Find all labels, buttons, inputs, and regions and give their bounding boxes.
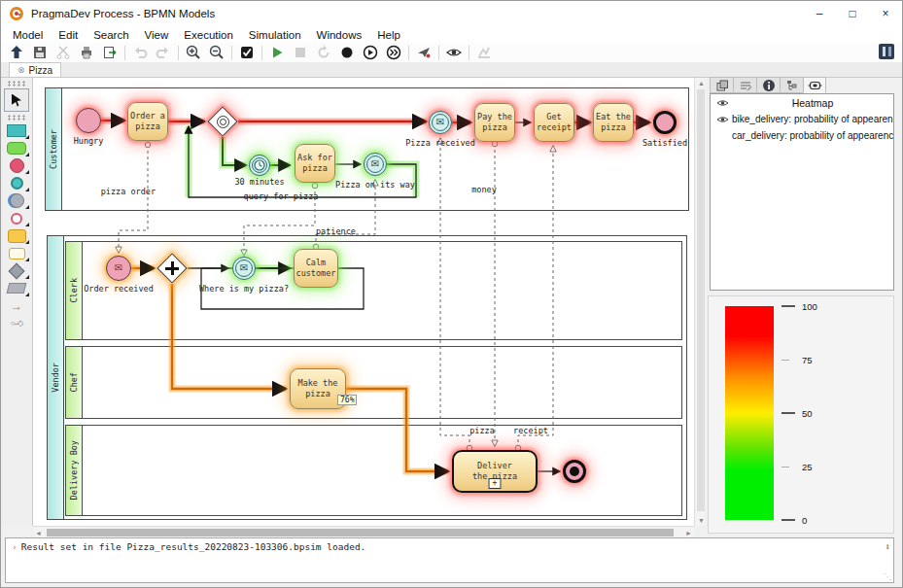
sequence-flow-tool[interactable]: → (6, 298, 28, 313)
gateway-icon (9, 262, 25, 279)
label-order-received: Order received (78, 284, 159, 294)
perspective-icon[interactable] (879, 44, 894, 59)
save-icon[interactable] (28, 44, 52, 62)
palette-grip2[interactable] (7, 115, 26, 121)
vscroll-thumb[interactable] (697, 89, 705, 511)
task-get-receipt[interactable]: Get receipt (534, 103, 574, 142)
end-event-circle-tool[interactable] (6, 211, 28, 225)
task-tool[interactable] (6, 228, 28, 243)
prompt-icon[interactable] (412, 44, 435, 62)
tab-info[interactable] (756, 77, 780, 93)
heat-gradient-bar (725, 306, 774, 520)
minimize-button[interactable]: – (803, 1, 836, 26)
scroll-right-icon[interactable]: ► (685, 530, 692, 536)
menu-execution[interactable]: Execution (176, 29, 241, 41)
tab-tree[interactable] (780, 77, 803, 93)
tab-instances[interactable] (710, 77, 733, 93)
tab-pizza[interactable]: ⊗ Pizza (9, 62, 61, 78)
terminate-end-event[interactable] (563, 460, 586, 483)
canvas-hscrollbar[interactable]: ◄ ► (33, 526, 694, 537)
record-icon[interactable] (335, 44, 359, 62)
label-satisfied: Satisfied (634, 138, 694, 148)
eye-icon[interactable] (716, 115, 732, 124)
maximize-button[interactable]: □ (836, 1, 869, 26)
hscroll-thumb[interactable] (47, 529, 674, 536)
task-order-a-pizza[interactable]: Order a pizza (127, 102, 168, 141)
data-object-tool[interactable] (6, 281, 28, 295)
palette-sidebar: → ○--◇ (1, 77, 33, 526)
run-to-icon[interactable] (359, 44, 382, 62)
log-scroll-icon[interactable]: ↕ (886, 541, 890, 551)
subprocess-deliver-the-pizza[interactable]: Deliver the pizza+ (452, 450, 538, 493)
tab-heatmap[interactable] (803, 77, 826, 93)
timer-event-30min[interactable] (249, 155, 270, 176)
message-event-pizza-received[interactable]: ✉ (429, 111, 452, 134)
log-prefix-icon: › (12, 541, 17, 552)
menu-view[interactable]: View (137, 29, 177, 41)
msg-patience[interactable] (316, 180, 375, 247)
eye-icon[interactable] (716, 98, 732, 108)
task-pay-the-pizza[interactable]: Pay the pizza (474, 103, 515, 142)
subprocess-expand-icon[interactable]: + (489, 478, 502, 489)
up-icon[interactable] (5, 44, 28, 62)
select-tool[interactable] (4, 88, 29, 112)
tab-properties[interactable] (733, 77, 756, 93)
tab-close-icon[interactable]: ⊗ (17, 65, 25, 75)
message-event-pizza-on-its-way[interactable]: ✉ (364, 153, 387, 176)
step-icon[interactable] (382, 44, 405, 62)
flow-gateway-make[interactable] (172, 284, 287, 389)
task-calm-customer[interactable]: Calm customer (294, 249, 338, 288)
menu-help[interactable]: Help (369, 29, 408, 41)
toolbar (1, 43, 902, 63)
tick-100 (781, 305, 795, 307)
end-event-tool[interactable] (6, 193, 28, 208)
pool-tool[interactable] (6, 123, 28, 138)
heat-scale-panel: 100 75 50 25 0 (708, 295, 894, 534)
intermediate-event-tool[interactable] (6, 176, 28, 190)
zoom-in-icon[interactable] (182, 44, 205, 62)
scroll-down-icon[interactable]: ▼ (698, 517, 705, 524)
message-event-where-is-my-pizza[interactable]: ✉ (232, 257, 256, 280)
scroll-left-icon[interactable]: ◄ (35, 530, 42, 536)
watch-icon[interactable] (442, 44, 466, 62)
flow-make-deliver[interactable] (346, 389, 449, 471)
heatmap-row-car[interactable]: car_delivery: probability of appearence … (711, 127, 893, 144)
scroll-up-icon[interactable]: ▲ (698, 80, 705, 86)
print-icon[interactable] (75, 44, 98, 62)
message-flow-tool[interactable]: ○--◇ (6, 316, 28, 330)
start-event-hungry[interactable] (76, 108, 101, 133)
menu-edit[interactable]: Edit (51, 29, 86, 41)
cut-icon[interactable] (52, 44, 75, 62)
resize-grip-icon[interactable]: ⋱ (884, 572, 891, 581)
menu-model[interactable]: Model (5, 29, 51, 41)
menu-windows[interactable]: Windows (309, 29, 370, 41)
flow-gateway-timer[interactable] (223, 137, 247, 165)
close-button[interactable]: × (869, 1, 902, 26)
heatmap-header-row[interactable]: Heatmap (711, 94, 893, 111)
task-eat-the-pizza[interactable]: Eat the pizza (593, 103, 634, 142)
task-ask-for-pizza[interactable]: Ask for pizza (295, 144, 335, 183)
validate-icon[interactable] (235, 44, 259, 62)
envelope-icon: ✉ (436, 118, 444, 127)
menu-simulation[interactable]: Simulation (241, 29, 309, 41)
msg-receipt[interactable] (518, 146, 553, 448)
diagram-canvas[interactable]: Customer Vendor Clerk Chef Delivery Boy (33, 77, 694, 526)
heatmap-row-bike[interactable]: bike_delivery: probability of appearence… (711, 111, 893, 127)
sub-process-tool[interactable] (6, 246, 28, 260)
lane-tool[interactable] (6, 141, 28, 156)
message-start-order-received[interactable]: ✉ (106, 256, 131, 281)
gateway-tool[interactable] (6, 263, 28, 278)
canvas-vscrollbar[interactable]: ▲ ▼ (694, 77, 706, 526)
start-event-tool[interactable] (6, 158, 28, 173)
zoom-out-icon[interactable] (205, 44, 228, 62)
msg-pizza-order[interactable] (119, 145, 148, 253)
run-icon[interactable] (265, 44, 289, 62)
export-report-icon[interactable] (98, 44, 122, 62)
task-icon (8, 229, 26, 243)
label-pizza-order: pizza order (89, 187, 156, 196)
end-event-satisfied[interactable] (653, 111, 677, 134)
menu-search[interactable]: Search (86, 29, 136, 41)
log-panel[interactable]: ›Result set in file Pizza_results_202208… (5, 537, 894, 583)
label-receipt-msg: receipt (509, 426, 552, 435)
palette-grip[interactable] (7, 81, 26, 86)
